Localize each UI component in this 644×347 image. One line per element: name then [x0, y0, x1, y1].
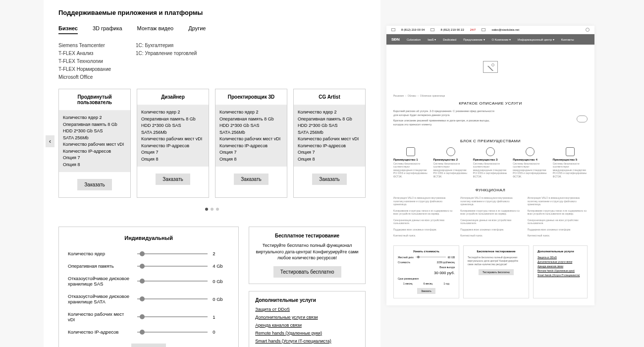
extra-link[interactable]: Remote hands (Удаленные руки): [537, 269, 583, 272]
gear-icon: [446, 147, 455, 156]
plan-card: Продвинутый пользователь Количество ядер…: [58, 89, 131, 198]
nav-item[interactable]: Контакты: [561, 38, 574, 41]
card-title: Проектировщик 3D: [215, 89, 287, 105]
extra-link[interactable]: Дополнительные услуги связи: [255, 315, 359, 320]
preview-mockup: 8 (812) 219 00 04 8 (812) 219 00 22 24/7…: [386, 26, 594, 305]
mail-icon: [482, 28, 485, 31]
extra-link[interactable]: Smart hands (Услуги IT-специалиста): [255, 339, 359, 344]
card-specs: Количество ядер 2Оперативная память 8 Gb…: [59, 111, 130, 172]
sas-slider[interactable]: [137, 281, 208, 282]
trial-box: Бесплатное тестирование Тестируйте беспл…: [249, 227, 366, 284]
disk-slider[interactable]: [416, 257, 446, 257]
carousel-dots: [58, 208, 366, 211]
app-item: 1С: Управление торговлей: [136, 51, 197, 56]
plan-card: Дизайнер Количество ядер 2Оперативная па…: [137, 89, 209, 198]
card-specs: Количество ядер 2Оперативная память 8 Gb…: [294, 105, 365, 167]
extra-link[interactable]: Smart hands (Услуги IT-специалиста): [537, 274, 583, 277]
custom-config: Индивидуальный Количество ядер2 Оператив…: [58, 227, 239, 347]
app-item: T-FLEX Анализ: [58, 51, 111, 56]
vdi-slider[interactable]: [137, 316, 208, 317]
app-item: T-FLEX Технологии: [58, 58, 111, 64]
order-button[interactable]: Заказать: [156, 174, 190, 185]
app-item: T-FLEX Нормирование: [58, 66, 111, 72]
cost-box: Узнать стоимость Жесткий диск60 GB Стоим…: [393, 245, 459, 298]
app-item: Siemens Teamcenter: [58, 43, 111, 48]
plan-card: CG Artist Количество ядер 2Оперативная п…: [293, 89, 366, 198]
phone-icon: [391, 28, 395, 31]
card-specs: Количество ядер 2Оперативная память 8 Gb…: [137, 105, 209, 167]
hero: [386, 45, 594, 89]
nav-item[interactable]: Информационный центр ▾: [518, 38, 554, 41]
extras-box: Дополнительные услуги Защита от DDoS Доп…: [533, 245, 588, 298]
breadcrumb: Решения → Облако → Облачное хранилище: [393, 94, 588, 97]
dot[interactable]: [205, 208, 208, 211]
image-placeholder-icon: [483, 61, 498, 73]
card-specs: Количество ядер 2Оперативная память 8 Gb…: [215, 105, 287, 167]
nav-item[interactable]: Dedicated: [443, 38, 456, 41]
tab-other[interactable]: Другие: [188, 23, 206, 34]
extra-link[interactable]: Аренда каналов связи: [537, 265, 583, 268]
extra-link[interactable]: Защита от DDoS: [255, 307, 359, 312]
nav-item[interactable]: О Компании ▾: [492, 38, 511, 41]
section-heading: БЛОК С ПРЕИМУЩЕСТВАМИ: [393, 139, 588, 143]
section-heading: ФУНКЦИОНАЛ: [393, 188, 588, 192]
tab-video[interactable]: Монтаж видео: [137, 23, 174, 34]
trial-box: Бесплатное тестирование Тестируйте беспл…: [463, 245, 529, 298]
plan-card: Проектировщик 3D Количество ядер 2Операт…: [215, 89, 287, 198]
nav-item[interactable]: IaaS ▾: [428, 38, 436, 41]
globe-icon: [486, 147, 495, 156]
cloud-icon: [577, 116, 588, 122]
sata-slider[interactable]: [137, 298, 208, 299]
extra-link[interactable]: Защита от DDoS: [537, 256, 583, 259]
phone-icon: [430, 28, 434, 31]
mock-topbar: 8 (812) 219 00 04 8 (812) 219 00 22 24/7…: [386, 26, 594, 34]
server-icon: [406, 147, 415, 156]
tabs: Бизнес 3D графика Монтаж видео Другие: [58, 23, 366, 35]
dot[interactable]: [211, 208, 214, 211]
cards-row: ‹ Продвинутый пользователь Количество яд…: [58, 89, 366, 198]
logo[interactable]: SĐN: [391, 37, 400, 42]
order-button[interactable]: Заказать: [312, 174, 346, 185]
card-title: Дизайнер: [137, 89, 209, 105]
mock-nav: SĐN Colocation IaaS ▾ Dedicated Предложе…: [386, 34, 594, 45]
main-panel: Поддерживаемые приложения и платформы Би…: [44, 0, 380, 347]
network-icon: [566, 147, 575, 156]
search-icon[interactable]: [586, 28, 590, 32]
tab-business[interactable]: Бизнес: [58, 23, 78, 34]
config-order-button[interactable]: Заказать: [131, 344, 165, 347]
tab-3d[interactable]: 3D графика: [93, 23, 122, 34]
section-heading: КРАТКОЕ ОПИСАНИЕ УСЛУГИ: [393, 101, 588, 106]
dot[interactable]: [216, 208, 219, 211]
order-button[interactable]: Заказать: [77, 179, 111, 190]
extra-link[interactable]: Remote hands (Удаленные руки): [255, 331, 359, 336]
trial-button[interactable]: Тестировать бесплатно: [479, 269, 513, 275]
order-button[interactable]: Заказать: [417, 288, 435, 294]
ram-slider[interactable]: [137, 266, 208, 267]
config-title: Индивидуальный: [68, 235, 229, 241]
app-item: Microsoft Office: [58, 74, 111, 80]
nav-item[interactable]: Предложение ▾: [463, 38, 484, 41]
app-list: Siemens Teamcenter T-FLEX Анализ T-FLEX …: [58, 43, 366, 80]
ip-slider[interactable]: [137, 332, 208, 333]
extras-box: Дополнительные услуги Защита от DDoS Доп…: [249, 291, 366, 347]
extra-link[interactable]: Дополнительные услуги связи: [537, 260, 583, 263]
lock-icon: [526, 147, 535, 156]
carousel-prev[interactable]: ‹: [46, 135, 54, 147]
cores-slider[interactable]: [137, 253, 208, 254]
page-title: Поддерживаемые приложения и платформы: [58, 9, 366, 16]
order-button[interactable]: Заказать: [234, 174, 268, 185]
app-item: 1С: Бухгалтерия: [136, 43, 197, 48]
trial-button[interactable]: Тестировать бесплатно: [273, 266, 341, 278]
extra-link[interactable]: Аренда каналов связи: [255, 323, 359, 328]
card-title: CG Artist: [294, 89, 365, 105]
card-title: Продвинутый пользователь: [59, 89, 130, 111]
nav-item[interactable]: Colocation: [407, 38, 421, 41]
